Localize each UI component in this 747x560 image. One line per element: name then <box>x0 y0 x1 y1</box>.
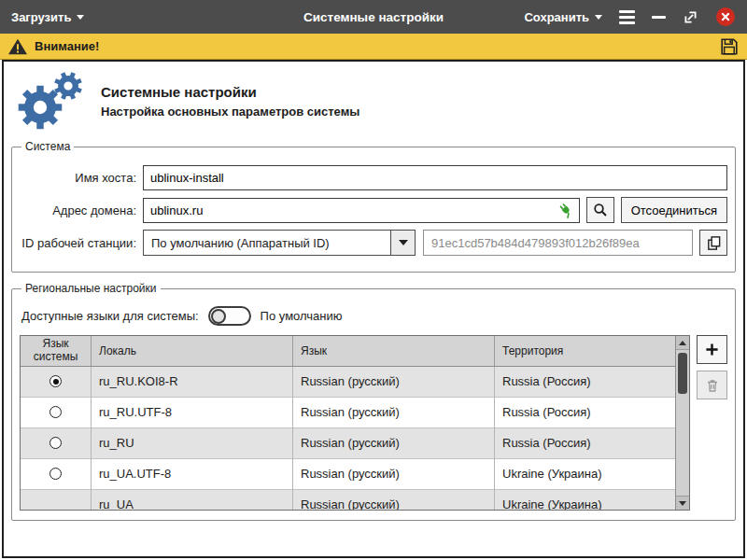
table-row[interactable]: ru_UARussian (русский)Ukraine (Украина) <box>21 490 675 511</box>
search-icon <box>593 203 608 217</box>
domain-input[interactable] <box>143 198 580 223</box>
languages-toggle[interactable] <box>208 306 251 326</box>
table-row[interactable]: ru_UA.UTF-8Russian (русский)Ukraine (Укр… <box>21 459 675 490</box>
trash-icon <box>705 378 720 393</box>
disconnect-button[interactable]: Отсоединиться <box>621 197 727 223</box>
territory-cell: Russia (Россия) <box>495 398 675 428</box>
territory-cell: Russia (Россия) <box>495 367 675 398</box>
connected-plug-icon <box>557 202 575 222</box>
load-button-label: Загрузить <box>11 10 71 24</box>
toggle-state-label: По умолчанию <box>261 309 343 323</box>
main-content: Системные настройки Настройка основных п… <box>2 60 745 558</box>
available-languages-label: Доступные языки для системы: <box>21 309 199 323</box>
language-cell: Russian (русский) <box>293 428 495 459</box>
system-group: Система Имя хоста: Адрес домена: <box>11 140 736 273</box>
load-button[interactable]: Загрузить <box>11 10 84 24</box>
hostname-label: Имя хоста: <box>20 171 143 185</box>
station-id-label: ID рабочей станции: <box>20 236 143 250</box>
add-locale-button[interactable] <box>697 335 727 364</box>
scroll-up-icon[interactable] <box>676 336 689 350</box>
save-button-label: Сохранить <box>524 10 589 24</box>
table-row[interactable]: ru_RU.UTF-8Russian (русский)Russia (Росс… <box>21 398 675 428</box>
minimize-button[interactable] <box>652 16 666 19</box>
territory-cell: Ukraine (Украина) <box>495 490 675 511</box>
locale-cell: ru_RU.UTF-8 <box>92 398 293 428</box>
system-group-legend: Система <box>21 140 74 153</box>
system-language-cell[interactable] <box>21 490 92 511</box>
locale-cell: ru_RU.KOI8-R <box>92 367 293 398</box>
maximize-button[interactable] <box>683 9 698 25</box>
close-button[interactable] <box>715 7 736 27</box>
hostname-input[interactable] <box>143 165 727 190</box>
regional-group: Региональные настройки Доступные языки д… <box>11 282 736 521</box>
chevron-down-icon <box>77 15 84 20</box>
station-id-selected-option: По умолчанию (Аппаратный ID) <box>144 231 390 255</box>
radio-icon[interactable] <box>49 406 62 418</box>
table-scrollbar[interactable] <box>675 336 689 510</box>
locale-table-body: ru_RU.KOI8-RRussian (русский)Russia (Рос… <box>21 367 675 511</box>
close-icon <box>715 7 736 27</box>
copy-icon <box>706 235 722 251</box>
column-header: Язык <box>293 336 495 366</box>
expand-icon <box>683 9 698 25</box>
warning-text: Внимание! <box>35 39 99 53</box>
gears-icon <box>15 71 88 131</box>
save-button[interactable]: Сохранить <box>524 10 602 24</box>
page-title: Системные настройки <box>101 84 359 100</box>
copy-id-button[interactable] <box>699 230 727 256</box>
locale-table-header: Язык системыЛокальЯзыкТерритория <box>21 336 675 367</box>
toggle-knob <box>211 309 226 324</box>
system-language-cell[interactable] <box>21 367 92 398</box>
system-settings-window: Загрузить Системные настройки Сохранить <box>0 0 747 560</box>
system-language-cell[interactable] <box>21 459 92 490</box>
table-row[interactable]: ru_RURussian (русский)Russia (Россия) <box>21 428 675 459</box>
titlebar: Загрузить Системные настройки Сохранить <box>0 0 747 34</box>
chevron-down-icon <box>399 240 408 245</box>
column-header: Территория <box>495 336 675 366</box>
locale-cell: ru_UA <box>92 490 293 511</box>
system-language-cell[interactable] <box>21 398 92 428</box>
system-language-cell[interactable] <box>21 428 92 459</box>
station-id-value <box>423 230 693 256</box>
save-file-button[interactable] <box>719 36 740 57</box>
plus-icon <box>705 343 719 357</box>
app-header: Системные настройки Настройка основных п… <box>11 67 736 140</box>
scroll-down-icon[interactable] <box>676 496 689 510</box>
radio-selected-icon[interactable] <box>49 375 62 387</box>
language-cell: Russian (русский) <box>293 398 495 428</box>
warning-bar: Внимание! <box>0 34 747 60</box>
table-row[interactable]: ru_RU.KOI8-RRussian (русский)Russia (Рос… <box>21 367 675 398</box>
radio-icon[interactable] <box>49 468 62 480</box>
locale-table: Язык системыЛокальЯзыкТерритория ru_RU.K… <box>20 335 690 511</box>
combo-dropdown-button[interactable] <box>390 231 415 255</box>
regional-group-legend: Региональные настройки <box>21 282 161 295</box>
territory-cell: Ukraine (Украина) <box>495 459 675 490</box>
column-header: Язык системы <box>21 336 92 366</box>
radio-icon[interactable] <box>49 437 62 449</box>
delete-locale-button[interactable] <box>697 371 727 399</box>
language-cell: Russian (русский) <box>293 459 495 490</box>
locale-cell: ru_RU <box>92 428 293 459</box>
domain-label: Адрес домена: <box>20 203 143 217</box>
language-cell: Russian (русский) <box>293 490 495 511</box>
locale-cell: ru_UA.UTF-8 <box>92 459 293 490</box>
language-cell: Russian (русский) <box>293 367 495 398</box>
chevron-down-icon <box>595 15 602 20</box>
scrollbar-thumb[interactable] <box>678 353 687 394</box>
minimize-icon <box>652 16 666 19</box>
territory-cell: Russia (Россия) <box>495 428 675 459</box>
search-domain-button[interactable] <box>586 197 614 223</box>
column-header: Локаль <box>92 336 293 366</box>
hamburger-icon <box>619 10 635 24</box>
page-subtitle: Настройка основных параметров системы <box>101 105 359 119</box>
warning-icon <box>7 37 28 56</box>
menu-button[interactable] <box>619 10 635 24</box>
station-id-select[interactable]: По умолчанию (Аппаратный ID) <box>143 230 416 256</box>
floppy-save-icon <box>719 36 740 57</box>
